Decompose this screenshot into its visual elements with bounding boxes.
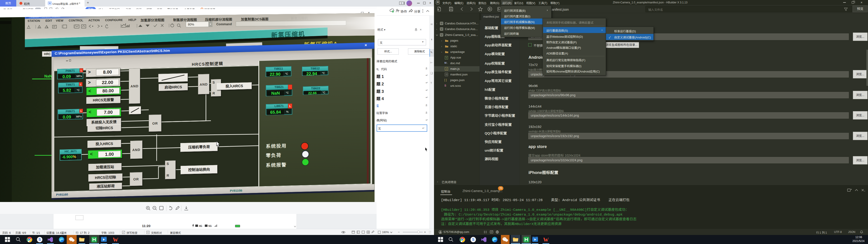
svg-text:S: S — [38, 238, 41, 242]
svg-text:4G: 4G — [199, 224, 202, 227]
svg-text:S: S — [472, 238, 474, 242]
svg-text:5G: 5G — [209, 224, 212, 227]
